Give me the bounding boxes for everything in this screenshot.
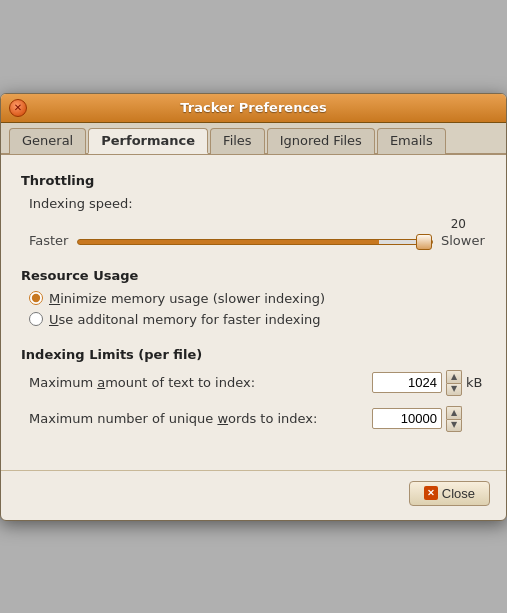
- max-words-input[interactable]: [372, 408, 442, 429]
- window-title: Tracker Preferences: [27, 100, 480, 115]
- limit-row-max-words: Maximum number of unique words to index:…: [29, 406, 486, 432]
- radio-use-additional[interactable]: [29, 312, 43, 326]
- slider-section: 20 Faster Slower: [29, 217, 486, 248]
- indexing-limits-title: Indexing Limits (per file): [21, 347, 486, 362]
- slider-container: [77, 233, 433, 248]
- titlebar-left-spacer: ✕: [9, 99, 27, 117]
- max-words-input-group: ▲ ▼: [372, 406, 486, 432]
- indexing-speed-slider[interactable]: [77, 239, 433, 245]
- radio-minimize-memory[interactable]: [29, 291, 43, 305]
- tab-emails[interactable]: Emails: [377, 128, 446, 154]
- faster-label: Faster: [29, 233, 69, 248]
- close-icon: ✕: [14, 102, 22, 113]
- radio-additional-label: Use additonal memory for faster indexing: [49, 312, 321, 327]
- main-window: ✕ Tracker Preferences General Performanc…: [0, 93, 507, 521]
- limits-table: Maximum amount of text to index: ▲ ▼ kB: [29, 370, 486, 432]
- slider-value-display: 20: [29, 217, 486, 231]
- titlebar: ✕ Tracker Preferences: [1, 94, 506, 123]
- max-text-label: Maximum amount of text to index:: [29, 375, 364, 390]
- max-text-spinner: ▲ ▼: [446, 370, 462, 396]
- resource-usage-radio-group: Minimize memory usage (slower indexing) …: [29, 291, 486, 327]
- max-text-unit: kB: [466, 375, 486, 390]
- max-words-decrement[interactable]: ▼: [446, 419, 462, 432]
- close-btn-icon: ✕: [424, 486, 438, 500]
- close-button[interactable]: ✕ Close: [409, 481, 490, 506]
- resource-usage-title: Resource Usage: [21, 268, 486, 283]
- tab-performance[interactable]: Performance: [88, 128, 208, 154]
- max-text-input-group: ▲ ▼ kB: [372, 370, 486, 396]
- max-text-decrement[interactable]: ▼: [446, 383, 462, 396]
- titlebar-close-button[interactable]: ✕: [9, 99, 27, 117]
- tab-files[interactable]: Files: [210, 128, 265, 154]
- footer: ✕ Close: [1, 470, 506, 520]
- max-words-spinner: ▲ ▼: [446, 406, 462, 432]
- max-text-increment[interactable]: ▲: [446, 370, 462, 383]
- throttling-section: Throttling Indexing speed: 20 Faster Slo…: [21, 173, 486, 248]
- indexing-limits-section: Indexing Limits (per file) Maximum amoun…: [21, 347, 486, 432]
- tab-ignored-files[interactable]: Ignored Files: [267, 128, 375, 154]
- max-words-increment[interactable]: ▲: [446, 406, 462, 419]
- radio-minimize-label: Minimize memory usage (slower indexing): [49, 291, 325, 306]
- close-button-label: Close: [442, 486, 475, 501]
- slower-label: Slower: [441, 233, 486, 248]
- slider-row: Faster Slower: [29, 233, 486, 248]
- radio-row-minimize: Minimize memory usage (slower indexing): [29, 291, 486, 306]
- indexing-speed-label: Indexing speed:: [29, 196, 486, 211]
- max-words-unit: [466, 411, 486, 426]
- radio-row-additional: Use additonal memory for faster indexing: [29, 312, 486, 327]
- limit-row-max-text: Maximum amount of text to index: ▲ ▼ kB: [29, 370, 486, 396]
- tab-bar: General Performance Files Ignored Files …: [1, 123, 506, 155]
- tab-general[interactable]: General: [9, 128, 86, 154]
- throttling-title: Throttling: [21, 173, 486, 188]
- tab-content: Throttling Indexing speed: 20 Faster Slo…: [1, 155, 506, 470]
- max-text-input[interactable]: [372, 372, 442, 393]
- resource-usage-section: Resource Usage Minimize memory usage (sl…: [21, 268, 486, 327]
- max-words-label: Maximum number of unique words to index:: [29, 411, 364, 426]
